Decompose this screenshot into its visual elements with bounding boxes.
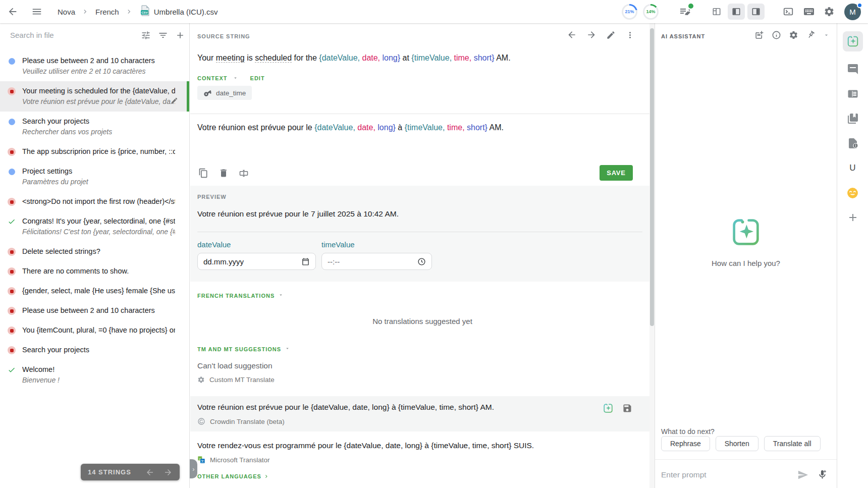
settings-gear-icon[interactable] — [824, 6, 835, 17]
ai-prompt-input[interactable] — [661, 467, 787, 482]
avatar[interactable]: M — [844, 4, 861, 20]
keyboard-icon[interactable] — [803, 6, 815, 18]
icu-placeholder-token: date, — [355, 123, 375, 132]
approval-progress-ring[interactable]: 14% — [643, 4, 659, 20]
ai-action-translate-all[interactable]: Translate all — [764, 436, 821, 451]
ai-action-rephrase[interactable]: Rephrase — [661, 436, 710, 451]
layout-left-panel-icon[interactable] — [728, 4, 745, 20]
previous-string-icon[interactable] — [145, 468, 154, 477]
string-list-item[interactable]: Please use between 2 and 10 charactersVe… — [0, 51, 189, 81]
new-conversation-icon[interactable] — [754, 30, 764, 40]
ai-settings-gear-icon[interactable] — [789, 30, 798, 40]
clear-translation-icon[interactable] — [219, 168, 229, 178]
ai-translate-icon[interactable] — [603, 403, 614, 414]
suggestion-row[interactable]: Votre rendez-vous est programmé pour le … — [197, 440, 589, 464]
time-input[interactable]: --:-- — [321, 253, 432, 270]
suggestion-row[interactable]: Votre réunion est prévue pour le {dateVa… — [190, 396, 649, 431]
info-icon[interactable] — [772, 30, 781, 40]
text-token: scheduled — [255, 53, 292, 63]
voice-input-icon[interactable] — [817, 469, 828, 480]
layout-right-panel-icon[interactable] — [747, 4, 765, 20]
crowdin-editor: Nova French CSV Umbrella (ICU).csv — [0, 0, 868, 488]
ai-action-shorten[interactable]: Shorten — [716, 436, 758, 451]
string-list-item-selected[interactable]: Your meeting is scheduled for the {dateV… — [0, 81, 189, 112]
scrollbar-thumb[interactable] — [650, 28, 654, 326]
icu-placeholder-token: time, — [452, 53, 471, 62]
string-list-item[interactable]: Project settingsParamètres du projet — [0, 161, 189, 192]
more-options-icon[interactable] — [625, 30, 635, 40]
translation-progress-ring[interactable]: 21% — [622, 4, 637, 20]
provider-name: Crowdin Translate (beta) — [210, 418, 285, 425]
translation-input[interactable]: Votre réunion est prévue pour le {dateVa… — [197, 122, 589, 133]
editor-scrollbar[interactable] — [649, 23, 655, 488]
comments-tab-icon[interactable] — [846, 62, 860, 76]
edit-string-icon[interactable] — [171, 97, 178, 106]
collapse-sidebar-handle[interactable]: › — [190, 459, 197, 478]
string-list-item[interactable]: {gender, select, male {He uses} female {… — [0, 281, 189, 301]
status-untranslated-icon — [7, 267, 16, 276]
save-button[interactable]: SAVE — [600, 165, 633, 181]
breadcrumb-language[interactable]: French — [95, 8, 119, 16]
save-suggestion-icon[interactable] — [622, 403, 632, 414]
tm-mt-suggestions-header[interactable]: TM AND MT SUGGESTIONS — [197, 344, 290, 353]
glossary-tab-icon[interactable] — [846, 112, 860, 126]
string-list-item[interactable]: Delete selected strings? — [0, 242, 189, 261]
breadcrumb-file[interactable]: Umbrella (ICU).csv — [154, 8, 218, 16]
previous-string-arrow-icon[interactable] — [567, 30, 577, 40]
custom-app-u-icon[interactable]: U — [846, 161, 860, 175]
source-string-text: Your meeting is scheduled for the {dateV… — [197, 52, 589, 64]
copy-source-icon[interactable] — [198, 168, 208, 178]
edit-source-icon[interactable] — [606, 30, 616, 40]
filter-list-icon[interactable] — [158, 30, 168, 40]
suggestion-provider: Custom MT Translate — [197, 376, 589, 384]
clock-icon[interactable] — [417, 257, 426, 266]
string-list-item[interactable]: Please use between 2 and 10 characters — [0, 301, 189, 320]
file-info-tab-icon[interactable] — [846, 136, 860, 150]
console-icon[interactable] — [783, 6, 794, 17]
string-list-item[interactable]: <strong>Do not import the first row (hea… — [0, 192, 189, 211]
insert-placeholder-icon[interactable] — [239, 168, 249, 178]
add-app-icon[interactable] — [846, 210, 860, 225]
search-input[interactable] — [10, 31, 141, 39]
context-edit-button[interactable]: EDIT — [250, 75, 265, 81]
suggestion-row[interactable]: Can't load suggestionCustom MT Translate — [197, 360, 589, 384]
date-field-label: dateValue — [197, 240, 231, 249]
french-translations-header[interactable]: FRENCH TRANSLATIONS — [197, 291, 284, 300]
string-list-item[interactable]: The app subscriprion price is {price, nu… — [0, 142, 189, 161]
context-tab-icon[interactable] — [846, 87, 860, 101]
edit-note-icon[interactable] — [679, 6, 691, 18]
string-list-item[interactable]: Search your projects — [0, 340, 189, 360]
string-key-chip[interactable]: date_time — [197, 86, 252, 100]
right-tool-strip: U — [837, 23, 868, 488]
status-partial-icon — [7, 57, 16, 66]
caret-down-icon[interactable] — [823, 32, 830, 38]
string-list-item[interactable]: There are no comments to show. — [0, 261, 189, 281]
string-list-item[interactable]: Congrats! It's your {year, selectordinal… — [0, 211, 189, 242]
date-input[interactable]: dd.mm.yyyy — [197, 253, 316, 270]
context-toggle[interactable]: CONTEXT — [197, 75, 228, 81]
suggestion-provider: Crowdin Translate (beta) — [197, 417, 642, 425]
string-list-item[interactable]: Search your projectsRechercher dans vos … — [0, 112, 189, 142]
tune-filter-icon[interactable] — [141, 30, 151, 40]
next-string-icon[interactable] — [164, 468, 173, 477]
layout-split-icon[interactable] — [708, 4, 725, 20]
microsoft-translator-icon: a文 — [197, 456, 205, 464]
chevron-right-icon — [81, 8, 89, 16]
status-partial-icon — [7, 117, 16, 126]
next-string-arrow-icon[interactable] — [586, 30, 596, 40]
string-list-item[interactable]: Welcome!Bienvenue ! — [0, 360, 189, 390]
calendar-icon[interactable] — [301, 257, 310, 266]
back-icon[interactable] — [7, 6, 18, 17]
emoji-app-icon[interactable] — [846, 186, 860, 200]
breadcrumb-project[interactable]: Nova — [58, 8, 75, 16]
icu-placeholder-token: time, — [445, 123, 464, 132]
send-prompt-icon[interactable] — [797, 469, 808, 480]
other-languages-header[interactable]: OTHER LANGUAGES — [197, 473, 269, 479]
add-string-icon[interactable] — [175, 30, 185, 40]
text-token: AM. — [487, 123, 504, 132]
pin-icon[interactable] — [806, 30, 816, 40]
menu-icon[interactable] — [31, 6, 42, 17]
string-list-item[interactable]: You {itemCount, plural, =0 {have no proj… — [0, 320, 189, 340]
custom-mt-gear-icon — [197, 376, 205, 384]
ai-assistant-tab-icon[interactable] — [843, 31, 863, 51]
